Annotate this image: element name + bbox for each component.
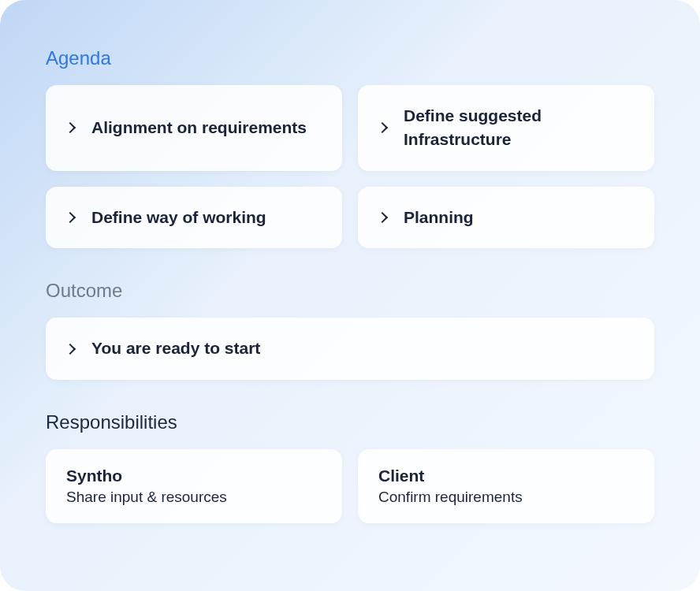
agenda-heading: Agenda — [46, 47, 654, 69]
agenda-item-label: Define way of working — [91, 206, 266, 229]
chevron-right-icon — [65, 122, 76, 133]
outcome-item-label: You are ready to start — [91, 336, 260, 360]
agenda-item[interactable]: Alignment on requirements — [46, 85, 342, 171]
responsibility-task: Share input & resources — [66, 489, 322, 506]
responsibilities-grid: Syntho Share input & resources Client Co… — [46, 449, 654, 523]
agenda-item-label: Planning — [404, 206, 474, 229]
outcome-heading: Outcome — [46, 280, 654, 302]
agenda-item[interactable]: Define suggested Infrastructure — [358, 85, 654, 171]
outcome-grid: You are ready to start — [46, 318, 654, 379]
responsibility-party: Client — [378, 466, 634, 485]
responsibility-item: Client Confirm requirements — [358, 449, 654, 523]
agenda-grid: Alignment on requirements Define suggest… — [46, 85, 654, 248]
responsibility-task: Confirm requirements — [378, 489, 634, 506]
responsibility-item: Syntho Share input & resources — [46, 449, 342, 523]
chevron-right-icon — [65, 343, 76, 354]
chevron-right-icon — [377, 122, 388, 133]
main-panel: Agenda Alignment on requirements Define … — [0, 0, 700, 591]
chevron-right-icon — [65, 212, 76, 223]
agenda-item-label: Define suggested Infrastructure — [404, 104, 634, 152]
agenda-item[interactable]: Define way of working — [46, 187, 342, 248]
responsibilities-heading: Responsibilities — [46, 411, 654, 433]
chevron-right-icon — [377, 212, 388, 223]
agenda-item-label: Alignment on requirements — [91, 116, 307, 139]
outcome-item[interactable]: You are ready to start — [46, 318, 654, 379]
agenda-item[interactable]: Planning — [358, 187, 654, 248]
responsibility-party: Syntho — [66, 466, 322, 485]
